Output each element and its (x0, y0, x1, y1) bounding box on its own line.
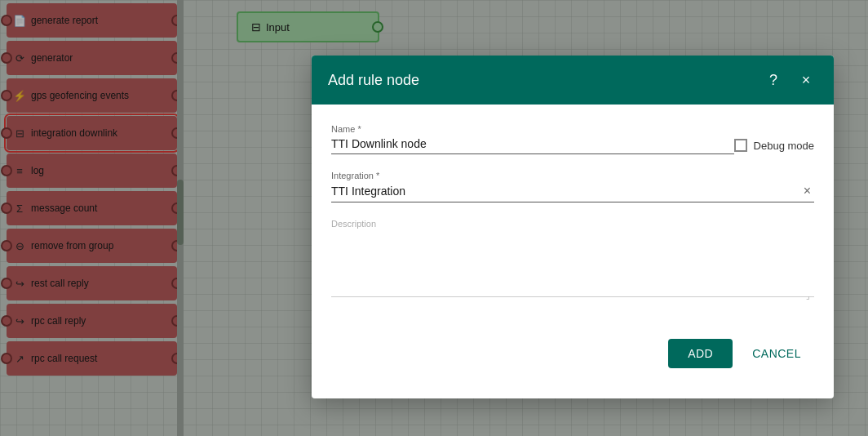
close-icon: × (802, 72, 811, 89)
description-field: Description ⌟ (331, 219, 814, 300)
name-value[interactable]: TTI Downlink node (331, 137, 734, 154)
add-button[interactable]: ADD (668, 339, 733, 368)
description-label: Description (331, 219, 814, 229)
add-rule-node-modal: Add rule node ? × Name * TTI Downlink no… (312, 56, 834, 398)
debug-mode-label: Debug mode (754, 140, 814, 152)
integration-field: Integration * TTI Integration × (331, 171, 814, 202)
name-debug-row: Name * TTI Downlink node Debug mode (331, 124, 814, 154)
debug-mode-row: Debug mode (734, 139, 814, 152)
modal-header-actions: ? × (762, 69, 817, 91)
modal-footer: ADD CANCEL (312, 329, 834, 385)
name-field: Name * TTI Downlink node (331, 124, 734, 154)
modal-help-button[interactable]: ? (762, 69, 785, 91)
name-label: Name * (331, 124, 734, 134)
modal-title: Add rule node (328, 72, 419, 89)
resize-handle-icon: ⌟ (806, 291, 814, 300)
integration-value[interactable]: TTI Integration (331, 185, 800, 198)
integration-label: Integration * (331, 171, 814, 180)
help-icon: ? (769, 72, 777, 89)
integration-input-row: TTI Integration × (331, 184, 814, 202)
modal-header: Add rule node ? × (312, 56, 834, 105)
modal-overlay: Add rule node ? × Name * TTI Downlink no… (0, 0, 868, 436)
modal-body: Name * TTI Downlink node Debug mode Inte… (312, 105, 834, 329)
modal-close-button[interactable]: × (795, 69, 817, 91)
cancel-button[interactable]: CANCEL (739, 339, 814, 368)
description-textarea[interactable] (331, 232, 814, 297)
integration-clear-button[interactable]: × (800, 184, 814, 198)
debug-mode-checkbox[interactable] (734, 139, 747, 152)
